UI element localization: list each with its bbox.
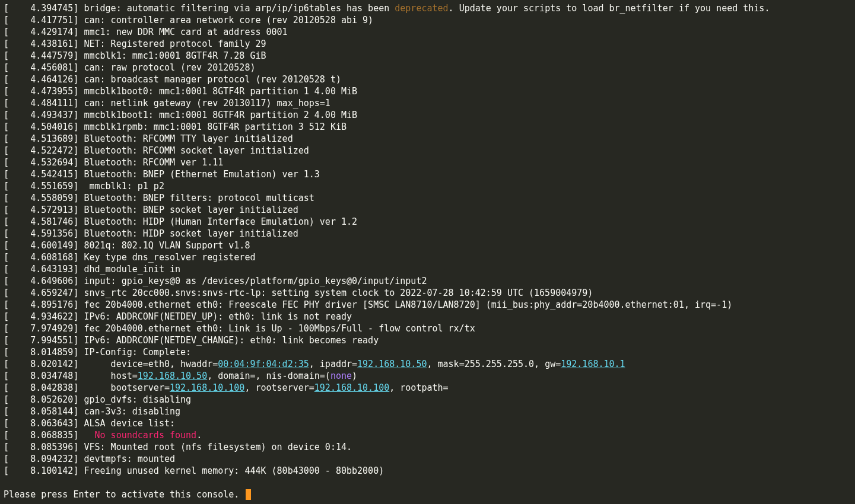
timestamp: 8.063643 (9, 418, 73, 429)
log-line: [ 8.100142] Freeing unused kernel memory… (4, 465, 851, 477)
timestamp: 4.456081 (9, 62, 73, 73)
log-segment: Freeing unused kernel memory: 444K (80b4… (84, 465, 384, 476)
log-line: [ 7.974929] fec 20b4000.ethernet eth0: L… (4, 323, 851, 334)
console-prompt-line[interactable]: Please press Enter to activate this cons… (4, 489, 851, 500)
bracket-open: [ (4, 382, 9, 393)
bracket-close: ] (73, 299, 84, 310)
bracket-open: [ (4, 240, 9, 251)
log-segment: NET: Registered protocol family 29 (84, 39, 266, 49)
timestamp: 4.643193 (9, 264, 73, 275)
log-segment: mmcblk1boot0: mmc1:0001 8GTF4R partition… (84, 86, 357, 97)
bracket-open: [ (4, 252, 9, 263)
timestamp: 4.473955 (9, 86, 73, 97)
timestamp: 8.094232 (9, 454, 73, 464)
bracket-open: [ (4, 193, 9, 203)
log-line: [ 8.063643] ALSA device list: (4, 417, 851, 429)
log-line: [ 4.659247] snvs_rtc 20cc000.snvs:snvs-r… (4, 287, 851, 299)
log-line: [ 4.591356] Bluetooth: HIDP socket layer… (4, 228, 851, 240)
timestamp: 8.034748 (9, 371, 73, 381)
timestamp: 4.522472 (9, 145, 73, 156)
timestamp: 4.493437 (9, 110, 73, 120)
timestamp: 4.429174 (9, 27, 73, 37)
bracket-close: ] (73, 252, 84, 263)
terminal-output[interactable]: [ 4.394745] bridge: automatic filtering … (0, 0, 855, 503)
bracket-close: ] (73, 205, 84, 215)
log-line: [ 4.417751] can: controller area network… (4, 14, 851, 26)
log-segment: can: controller area network core (rev 2… (84, 15, 373, 25)
bracket-close: ] (73, 74, 84, 85)
bracket-close: ] (73, 382, 84, 393)
log-segment: can: raw protocol (rev 20120528) (84, 62, 255, 73)
timestamp: 4.608168 (9, 252, 73, 263)
bracket-close: ] (73, 371, 84, 381)
bracket-open: [ (4, 15, 9, 25)
log-segment: mmc1: new DDR MMC card at address 0001 (84, 27, 287, 37)
log-line: [ 4.504016] mmcblk1rpmb: mmc1:0001 8GTF4… (4, 121, 851, 133)
timestamp: 7.974929 (9, 323, 73, 334)
bracket-open: [ (4, 169, 9, 180)
bracket-open: [ (4, 50, 9, 61)
bracket-open: [ (4, 299, 9, 310)
timestamp: 8.042838 (9, 382, 73, 393)
timestamp: 8.052620 (9, 394, 73, 405)
bracket-close: ] (73, 430, 84, 441)
log-segment: IPv6: ADDRCONF(NETDEV_CHANGE): eth0: lin… (84, 335, 379, 346)
timestamp: 4.447579 (9, 50, 73, 61)
log-segment (84, 430, 94, 441)
bracket-open: [ (4, 205, 9, 215)
log-segment: Bluetooth: RFCOMM socket layer initializ… (84, 145, 309, 156)
bracket-close: ] (73, 3, 84, 14)
bracket-open: [ (4, 394, 9, 405)
bracket-open: [ (4, 430, 9, 441)
timestamp: 4.934622 (9, 311, 73, 322)
bracket-open: [ (4, 371, 9, 381)
log-line: [ 4.484111] can: netlink gateway (rev 20… (4, 97, 851, 109)
bracket-close: ] (73, 347, 84, 358)
bracket-close: ] (73, 359, 84, 369)
log-segment: IP-Config: Complete: (84, 347, 191, 358)
log-segment: none (330, 371, 352, 381)
bracket-close: ] (73, 465, 84, 476)
bracket-open: [ (4, 359, 9, 369)
log-segment: 192.168.10.50 (357, 359, 427, 369)
log-segment: VFS: Mounted root (nfs filesystem) on de… (84, 442, 352, 452)
timestamp: 8.058144 (9, 406, 73, 417)
bracket-open: [ (4, 288, 9, 298)
bracket-open: [ (4, 264, 9, 275)
log-segment: 00:04:9f:04:d2:35 (218, 359, 309, 369)
bracket-open: [ (4, 122, 9, 132)
bracket-open: [ (4, 62, 9, 73)
bracket-close: ] (73, 276, 84, 286)
timestamp: 8.014859 (9, 347, 73, 358)
timestamp: 4.591356 (9, 228, 73, 239)
bracket-close: ] (73, 169, 84, 180)
log-line: [ 8.042838] bootserver=192.168.10.100, r… (4, 382, 851, 394)
log-line: [ 4.429174] mmc1: new DDR MMC card at ad… (4, 26, 851, 38)
bracket-close: ] (73, 62, 84, 73)
log-segment: deprecated (395, 3, 448, 14)
timestamp: 4.558059 (9, 193, 73, 203)
bracket-open: [ (4, 27, 9, 37)
cursor-icon (246, 489, 251, 500)
log-segment: bootserver= (84, 382, 170, 393)
bracket-open: [ (4, 276, 9, 286)
bracket-close: ] (73, 122, 84, 132)
bracket-open: [ (4, 311, 9, 322)
log-line: [ 8.094232] devtmpfs: mounted (4, 453, 851, 465)
timestamp: 4.581746 (9, 216, 73, 227)
bracket-close: ] (73, 86, 84, 97)
bracket-open: [ (4, 228, 9, 239)
bracket-close: ] (73, 157, 84, 168)
log-segment: , mask=255.255.255.0, gw= (427, 359, 561, 369)
timestamp: 8.020142 (9, 359, 73, 369)
log-line: [ 4.542415] Bluetooth: BNEP (Ethernet Em… (4, 168, 851, 180)
bracket-open: [ (4, 98, 9, 109)
log-line: [ 4.649606] input: gpio_keys@0 as /devic… (4, 275, 851, 287)
log-segment: ALSA device list: (84, 418, 175, 429)
log-line: [ 4.895176] fec 20b4000.ethernet eth0: F… (4, 299, 851, 311)
log-segment: . (196, 430, 202, 441)
bracket-open: [ (4, 335, 9, 346)
log-segment: fec 20b4000.ethernet eth0: Link is Up - … (84, 323, 475, 334)
log-line: [ 8.052620] gpio_dvfs: disabling (4, 394, 851, 406)
timestamp: 4.513689 (9, 133, 73, 144)
